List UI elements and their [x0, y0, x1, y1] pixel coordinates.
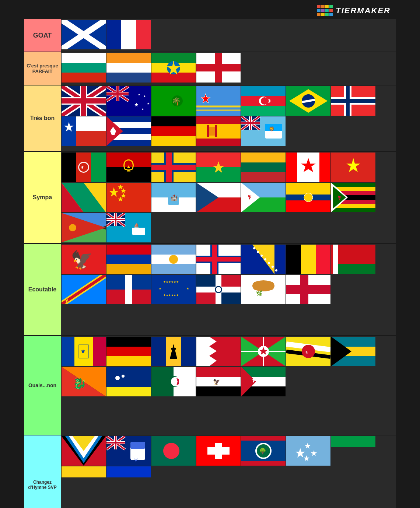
flag-brunei: ⚜ — [286, 337, 330, 366]
tier-label-changez: Changez d'Hymne SVP — [24, 435, 61, 508]
svg-rect-79 — [151, 136, 196, 146]
svg-rect-74 — [106, 140, 151, 146]
flag-chile — [62, 116, 106, 146]
tier-flags-changez: 🌳 — [61, 435, 396, 508]
svg-point-198 — [272, 266, 274, 268]
svg-rect-214 — [151, 275, 196, 304]
flag-ecuador — [286, 183, 330, 212]
svg-rect-45 — [151, 86, 196, 96]
flag-afghanistan: ⚜ — [62, 153, 106, 182]
flag-micronesia — [286, 436, 330, 466]
tier-flags-ouais: ⚜ — [61, 336, 396, 435]
tier-label-goat: GOAT — [24, 19, 61, 52]
svg-rect-85 — [215, 125, 217, 137]
svg-rect-5 — [136, 20, 151, 49]
flag-germany — [151, 116, 196, 146]
svg-text:🐉: 🐉 — [73, 377, 87, 390]
svg-text:⚜: ⚜ — [81, 165, 84, 169]
svg-text:★: ★ — [159, 287, 161, 290]
svg-point-56 — [261, 97, 268, 105]
tier-flags-parfait — [61, 52, 396, 85]
flag-bahrain — [196, 337, 241, 366]
svg-rect-48 — [196, 86, 241, 116]
svg-rect-38 — [106, 92, 129, 95]
svg-rect-113 — [151, 165, 196, 170]
svg-rect-4 — [121, 20, 136, 49]
svg-rect-69 — [62, 116, 76, 146]
svg-point-199 — [275, 269, 277, 271]
svg-point-185 — [171, 256, 176, 262]
svg-point-268 — [115, 376, 120, 380]
flag-anguilla — [106, 436, 151, 466]
svg-rect-319 — [331, 436, 375, 447]
tier-label-parfait: C'est presque PARFAIT — [24, 52, 61, 85]
svg-rect-190 — [196, 257, 241, 262]
svg-text:★: ★ — [186, 287, 189, 290]
svg-rect-242 — [181, 337, 196, 366]
svg-rect-245 — [196, 337, 209, 366]
flag-norway — [331, 86, 375, 116]
svg-rect-95 — [241, 122, 260, 124]
svg-point-289 — [80, 438, 87, 445]
svg-rect-321 — [106, 466, 151, 477]
svg-rect-320 — [62, 466, 106, 477]
svg-rect-128 — [106, 183, 151, 212]
svg-point-193 — [253, 247, 255, 249]
svg-rect-181 — [151, 245, 196, 255]
tier-row-goat: GOAT — [24, 19, 396, 52]
flag-san-marino: 🏰 — [151, 183, 196, 212]
svg-rect-277 — [196, 386, 241, 396]
flag-falkland: ⛵ — [106, 213, 151, 242]
svg-rect-299 — [106, 442, 125, 444]
svg-rect-8 — [62, 73, 106, 83]
flag-spain — [196, 116, 241, 146]
flag-barbados — [151, 337, 196, 366]
flag-eu-like — [106, 275, 151, 304]
svg-rect-117 — [241, 153, 286, 162]
tier-row-parfait: C'est presque PARFAIT — [24, 52, 396, 85]
logo-grid — [317, 5, 333, 16]
svg-rect-9 — [106, 53, 151, 63]
svg-point-148 — [304, 193, 313, 202]
svg-rect-119 — [241, 172, 286, 182]
flag-faroe — [196, 245, 241, 274]
svg-rect-82 — [196, 139, 241, 146]
svg-text:🌴: 🌴 — [172, 97, 181, 106]
svg-rect-200 — [286, 245, 301, 274]
svg-rect-206 — [331, 245, 333, 274]
svg-point-304 — [163, 443, 179, 459]
svg-rect-54 — [241, 106, 286, 116]
svg-point-196 — [264, 258, 266, 260]
svg-text:🌿: 🌿 — [256, 290, 263, 297]
flag-sahrawi — [241, 367, 286, 396]
flag-argentina — [151, 245, 196, 274]
flag-aland — [151, 153, 196, 182]
tier-row-changez: Changez d'Hymne SVP — [24, 435, 396, 508]
tier-label-ouais: Ouais...non — [24, 336, 61, 435]
svg-point-194 — [257, 251, 259, 253]
svg-rect-213 — [125, 275, 132, 304]
flag-eu: ★★★★★★ ★★★★★★ ★ ★ — [151, 275, 196, 304]
svg-rect-11 — [106, 73, 151, 83]
flag-bhutan: 🐉 — [62, 367, 106, 396]
svg-rect-84 — [207, 125, 209, 137]
flag-cuba — [106, 116, 151, 146]
flag-australia: ★ ★ ★ ★ ★ — [106, 86, 151, 116]
flag-algeria — [151, 367, 196, 396]
svg-point-226 — [216, 287, 221, 292]
svg-rect-232 — [62, 337, 74, 366]
svg-rect-147 — [286, 200, 330, 212]
tier-label-ecoutable: Ecoutable — [24, 244, 61, 335]
svg-text:★: ★ — [147, 102, 150, 105]
tier-flags-ecoutable: 🦅 — [61, 244, 396, 335]
flag-eritrea — [62, 213, 106, 242]
flag-curacao — [106, 367, 151, 396]
svg-rect-66 — [331, 99, 375, 103]
svg-rect-309 — [241, 436, 286, 441]
svg-rect-239 — [106, 356, 151, 366]
tier-label-trebon: Très bon — [24, 85, 61, 151]
svg-rect-237 — [106, 337, 151, 347]
svg-rect-72 — [106, 116, 151, 122]
header: TierMaker — [24, 2, 396, 19]
svg-rect-240 — [151, 337, 166, 366]
